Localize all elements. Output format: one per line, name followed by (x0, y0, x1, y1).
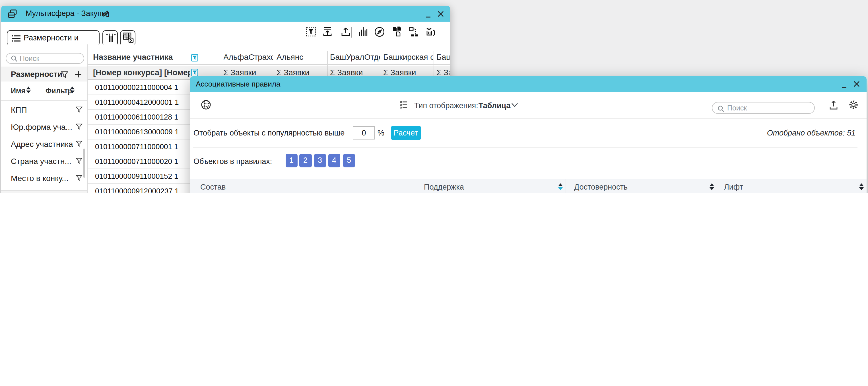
modal-close-button[interactable] (853, 81, 860, 87)
dimensions-col-name[interactable]: Имя (11, 87, 25, 95)
sidebar-search-input[interactable]: Поиск (5, 53, 84, 63)
sort-lift-icon[interactable] (859, 183, 864, 190)
objects-in-rules-label: Объектов в правилах: (193, 157, 272, 166)
compass-icon[interactable] (374, 27, 384, 37)
dimensions-columns-header: Имя Фильтр (1, 81, 87, 101)
dimension-filter-icon[interactable] (75, 107, 82, 113)
selected-objects-info: Отобрано объектов: 51 (767, 129, 856, 137)
desktop: Мультисфера - Закупки (0, 0, 868, 193)
modal-titlebar[interactable]: Ассоциативные правила (190, 76, 866, 92)
participant-filter-icon[interactable] (191, 54, 198, 61)
company-column-header[interactable]: Альянс (277, 52, 327, 61)
col-podderzhka[interactable]: Поддержка (424, 179, 464, 193)
column-border (434, 51, 434, 79)
dimension-filter-icon[interactable] (75, 158, 82, 164)
list-icon (11, 34, 21, 42)
measure-column-header[interactable]: Σ Заявки (223, 67, 273, 77)
main-minimize-button[interactable] (425, 10, 430, 18)
rule-count-button[interactable]: 3 (314, 154, 326, 168)
filter-area-icon[interactable] (306, 27, 315, 36)
measure-column-header[interactable]: Σ Заявки (436, 67, 449, 77)
sort-podderzhka-icon[interactable] (558, 183, 563, 190)
chevron-down-icon[interactable] (511, 102, 518, 108)
rule-count-button[interactable]: 1 (285, 154, 298, 168)
column-border (380, 51, 381, 79)
dimension-item[interactable]: Конкурсы (1, 186, 87, 190)
dimension-item[interactable]: Место в конку... (1, 169, 87, 186)
edit-title-icon[interactable] (102, 10, 110, 18)
dimensions-list: КППЮр.форма уча...Адрес участникаСтрана … (1, 101, 87, 190)
dimension-item-label: КПП (11, 105, 27, 114)
association-rules-window: Ассоциативные правила (190, 76, 866, 193)
hide-eye-icon[interactable] (425, 26, 436, 37)
rule-count-button[interactable]: 4 (328, 154, 340, 168)
lot-filter-icon[interactable] (191, 69, 198, 76)
sort-icon (70, 86, 75, 93)
popularity-filter-label: Отобрать объекты с популярностью выше (193, 129, 344, 137)
dimension-filter-icon[interactable] (75, 175, 82, 181)
dimension-item[interactable]: КПП (1, 101, 87, 118)
dimension-item[interactable]: Юр.форма уча... (1, 118, 87, 135)
display-type-icon (400, 101, 407, 109)
measure-column-header[interactable]: Σ Заявки (330, 67, 380, 77)
modal-table-header: Состав Поддержка Достоверность Лифт (190, 178, 866, 193)
dimension-filter-icon[interactable] (75, 123, 82, 130)
main-close-button[interactable] (437, 10, 443, 17)
modal-search-input[interactable]: Поиск (712, 102, 815, 114)
modal-title: Ассоциативные правила (196, 76, 280, 92)
company-column-header[interactable]: АльфаСтрахова (223, 52, 273, 61)
fit-columns-button[interactable] (102, 30, 118, 46)
participant-header-label[interactable]: Название участника (93, 52, 190, 61)
dimension-item-label: Страна участн... (11, 156, 71, 166)
modal-minimize-button[interactable] (841, 81, 846, 89)
sort-dostovernost-icon[interactable] (709, 183, 714, 190)
table-view-button[interactable] (120, 30, 135, 46)
column-border (274, 51, 274, 79)
facts-header: Факты (1, 190, 87, 193)
calc-button[interactable]: Расчет (391, 125, 421, 140)
main-titlebar[interactable]: Мультисфера - Закупки (1, 6, 450, 22)
modal-export-icon[interactable] (829, 100, 838, 110)
column-border (327, 51, 328, 79)
dimensions-col-filter[interactable]: Фильтр (45, 87, 72, 95)
company-column-header[interactable]: БашУралОтдел (330, 52, 380, 61)
main-window-title: Мультисфера - Закупки (26, 6, 109, 22)
col-lift[interactable]: Лифт (724, 179, 743, 193)
dimension-item-label: Место в конку... (11, 173, 68, 182)
col-dostovernost[interactable]: Достоверность (574, 179, 628, 193)
dimensions-facts-button[interactable]: Размерности и факты (6, 30, 99, 46)
chart-icon[interactable] (359, 27, 368, 36)
app-windows-icon (7, 9, 18, 19)
search-icon (10, 55, 18, 62)
export-icon[interactable] (341, 27, 350, 36)
company-column-header[interactable]: Баш (436, 52, 449, 61)
copy-icon[interactable] (392, 26, 402, 37)
dimension-item-label: Юр.форма уча... (11, 122, 72, 131)
dimensions-header-label: Размерности (11, 69, 62, 78)
dimension-item[interactable]: Страна участн... (1, 152, 87, 169)
table-panel-icon (123, 32, 134, 43)
percent-label: % (377, 129, 384, 137)
rule-count-button[interactable]: 2 (299, 154, 312, 168)
globe-icon[interactable] (201, 100, 211, 110)
hierarchy-icon[interactable] (409, 27, 419, 37)
dimensions-scrollbar[interactable] (83, 149, 85, 178)
col-sostav[interactable]: Состав (200, 179, 226, 193)
sidebar: Поиск Размерности Имя Фильтр КППЮр.форма… (1, 44, 87, 193)
rule-count-button[interactable]: 5 (343, 154, 355, 168)
dimension-item[interactable]: Адрес участника (1, 135, 87, 152)
display-type-label: Тип отображения: (414, 101, 478, 110)
popularity-input[interactable]: 0 (353, 126, 375, 139)
display-type-value[interactable]: Таблица (478, 101, 511, 110)
main-toolbar: Размерности и факты (1, 22, 450, 45)
company-column-header[interactable]: Башкирская ст (383, 52, 433, 61)
modal-search-placeholder: Поиск (727, 102, 747, 114)
import-icon[interactable] (322, 27, 332, 36)
measure-column-header[interactable]: Σ Заявки (277, 67, 327, 77)
settings-gear-icon[interactable] (848, 100, 858, 110)
dimensions-add-icon[interactable] (74, 70, 82, 78)
lot-header-label[interactable]: [Номер конкурса] [Номер лота] (93, 67, 190, 77)
measure-column-header[interactable]: Σ Заявки (383, 67, 433, 77)
dimensions-filter-icon[interactable] (61, 71, 68, 78)
dimension-filter-icon[interactable] (75, 141, 82, 147)
